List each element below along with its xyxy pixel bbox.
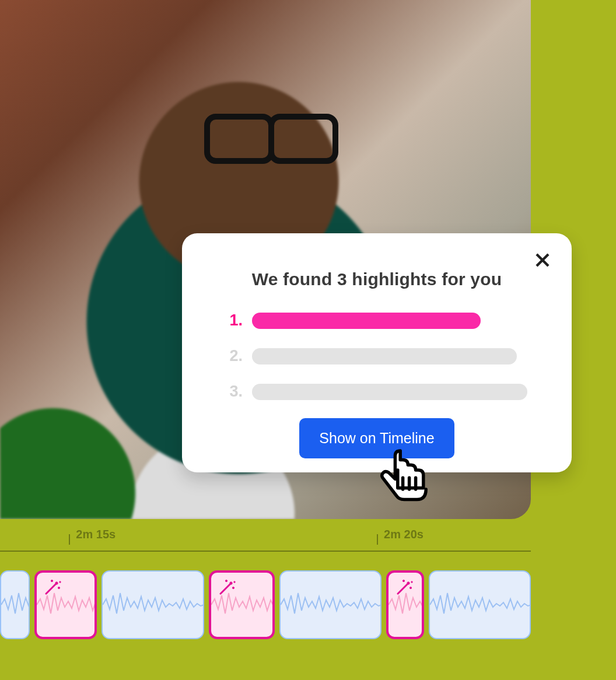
waveform xyxy=(281,581,382,628)
timeline-clip[interactable] xyxy=(0,570,30,639)
highlight-item-1[interactable]: 1. xyxy=(226,311,527,330)
close-icon xyxy=(534,251,551,269)
show-on-timeline-button[interactable]: Show on Timeline xyxy=(299,418,454,458)
highlight-item-2[interactable]: 2. xyxy=(226,347,527,365)
highlight-bar xyxy=(252,313,481,329)
close-button[interactable] xyxy=(530,247,555,273)
timeline-clip[interactable] xyxy=(102,570,204,639)
waveform xyxy=(211,581,275,628)
highlight-bar xyxy=(252,384,527,400)
timeline-clips[interactable] xyxy=(0,570,531,642)
highlight-item-3[interactable]: 3. xyxy=(226,383,527,401)
timeline-clip[interactable] xyxy=(279,570,382,639)
highlight-bar xyxy=(252,348,517,364)
popup-title: We found 3 highlights for you xyxy=(205,269,548,289)
waveform xyxy=(1,581,30,628)
timeline-clip-highlight[interactable] xyxy=(386,570,424,639)
timeline-tick: 2m 20s xyxy=(377,534,424,545)
timeline-ruler: 2m 15s 2m 20s xyxy=(0,525,531,552)
waveform xyxy=(430,581,531,628)
tick-label: 2m 15s xyxy=(76,528,116,541)
highlight-number: 3. xyxy=(226,383,243,401)
waveform xyxy=(37,581,97,628)
highlight-number: 1. xyxy=(226,311,243,330)
person-glasses-illustration xyxy=(204,114,338,155)
timeline[interactable]: 2m 15s 2m 20s xyxy=(0,525,531,642)
timeline-clip-highlight[interactable] xyxy=(34,570,97,639)
timeline-clip-highlight[interactable] xyxy=(209,570,275,639)
waveform xyxy=(388,581,424,628)
timeline-tick: 2m 15s xyxy=(69,534,116,545)
highlights-popup: We found 3 highlights for you 1. 2. 3. S… xyxy=(182,233,572,472)
waveform xyxy=(103,581,204,628)
timeline-clip[interactable] xyxy=(429,570,531,639)
tick-label: 2m 20s xyxy=(384,528,424,541)
highlight-number: 2. xyxy=(226,347,243,365)
